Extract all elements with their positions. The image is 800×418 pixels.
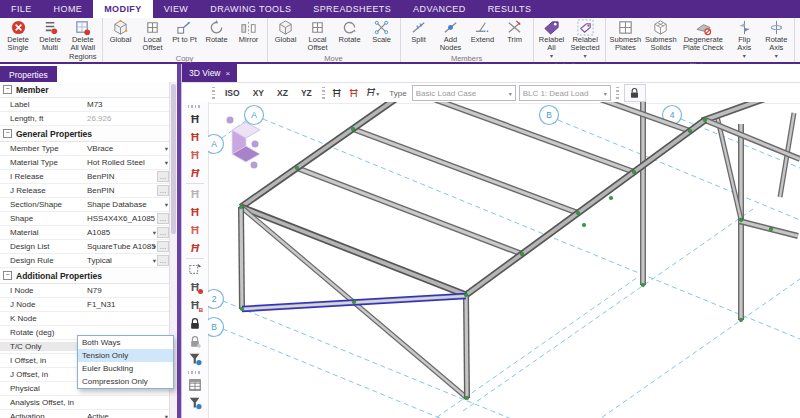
tab-file[interactable]: FILE: [0, 0, 43, 18]
relabel-all-button[interactable]: Relabel All▾: [537, 19, 567, 60]
dropdown-option-euler-buckling[interactable]: Euler Buckling: [78, 362, 173, 375]
section-shape-combo[interactable]: Shape Database▾: [84, 198, 170, 211]
render-mode-color-icon[interactable]: Ħ: [347, 87, 361, 99]
load-case-combo[interactable]: BLC 1: Dead Load▾: [519, 85, 611, 101]
xz-view-button[interactable]: XZ: [272, 86, 293, 100]
relabel-selected-button[interactable]: Relabel Selected▾: [569, 19, 602, 60]
column[interactable]: [241, 207, 242, 309]
tab-drawing-tools[interactable]: DRAWING TOOLS: [199, 0, 302, 18]
move-global-button[interactable]: Global: [271, 19, 301, 44]
dropdown-option-compression-only[interactable]: Compression Only: [78, 375, 173, 388]
tab-view[interactable]: VIEW: [153, 0, 200, 18]
member-outline-display-icon[interactable]: Ħ: [185, 146, 205, 164]
move-local-offset-button[interactable]: Local Offset: [303, 19, 333, 53]
j-node-field[interactable]: F1_N31: [84, 298, 170, 311]
split-button[interactable]: Split: [404, 19, 434, 44]
dropdown-option-tension-only[interactable]: Tension Only: [78, 349, 173, 362]
beam[interactable]: [702, 102, 783, 121]
close-icon[interactable]: ×: [226, 69, 231, 78]
toolbar-grip[interactable]: [322, 87, 325, 99]
render-mode-wireframe-icon[interactable]: Ħ: [330, 87, 344, 99]
ellipsis-button[interactable]: …: [157, 171, 169, 182]
copy-pt-to-pt-button[interactable]: Pt to Pt: [170, 19, 200, 44]
submesh-plates-button[interactable]: Submesh Plates: [609, 19, 642, 53]
label-field[interactable]: M73: [84, 98, 170, 111]
column[interactable]: [466, 295, 467, 398]
plates-rotate-axis-button[interactable]: Rotate Axis▾: [761, 19, 791, 60]
frame-color-display-icon[interactable]: Ħ: [185, 203, 205, 221]
3d-view-tab[interactable]: 3D View×: [182, 64, 237, 82]
ellipsis-button[interactable]: …: [157, 185, 169, 196]
extend-button[interactable]: Extend: [468, 19, 498, 44]
iso-view-button[interactable]: ISO: [220, 86, 245, 100]
purlin-beam[interactable]: [465, 102, 690, 131]
member-diagonal-display-icon[interactable]: Ħ: [185, 164, 205, 182]
eave-girder[interactable]: [241, 102, 404, 207]
material-combo[interactable]: A1085…▾: [84, 226, 170, 239]
tab-results[interactable]: RESULTS: [477, 0, 543, 18]
frame-diagonal-display-icon[interactable]: Ħ: [185, 239, 205, 257]
tab-advanced[interactable]: ADVANCED: [402, 0, 477, 18]
analysis-offset-field[interactable]: [84, 396, 170, 409]
i-node-field[interactable]: N79: [84, 284, 170, 297]
section-header-member[interactable]: −Member: [0, 82, 170, 98]
frame-outline-display-icon[interactable]: Ħ: [185, 221, 205, 239]
toolbar-grip[interactable]: [188, 105, 202, 108]
3d-viewport[interactable]: A A 2 B B 4: [208, 102, 800, 418]
tab-modify[interactable]: MODIFY: [93, 0, 152, 18]
copy-local-offset-button[interactable]: Local Offset: [138, 19, 168, 53]
tab-spreadsheets[interactable]: SPREADSHEETS: [302, 0, 402, 18]
shape-field[interactable]: HSS4X4X6_A1085…: [84, 212, 170, 225]
ellipsis-button[interactable]: …: [157, 227, 169, 238]
trim-button[interactable]: Trim: [500, 19, 530, 44]
render-mode-rendered-icon[interactable]: Ħ ▾: [364, 86, 383, 100]
collapse-icon[interactable]: −: [3, 85, 12, 94]
load-case-type-combo[interactable]: Basic Load Case▾: [412, 85, 516, 101]
degenerate-plate-check-button[interactable]: Degenerate Plate Check: [679, 19, 727, 53]
copy-mirror-button[interactable]: Mirror: [234, 19, 264, 44]
add-nodes-button[interactable]: Add Nodes: [436, 19, 466, 53]
design-list-combo[interactable]: SquareTube A1085…▾: [84, 240, 170, 253]
dropdown-option-both-ways[interactable]: Both Ways: [78, 336, 173, 349]
beam[interactable]: [739, 221, 798, 236]
delete-single-button[interactable]: Delete Single: [3, 19, 33, 53]
k-node-field[interactable]: [84, 312, 170, 325]
spreadsheet-icon[interactable]: [185, 376, 205, 394]
ellipsis-button[interactable]: …: [157, 213, 169, 224]
material-type-combo[interactable]: Hot Rolled Steel▾: [84, 156, 170, 169]
results-filter-icon[interactable]: [185, 394, 205, 412]
move-rotate-button[interactable]: Rotate: [335, 19, 365, 44]
toolbar-grip[interactable]: [212, 87, 215, 99]
j-release-field[interactable]: BenPIN…: [84, 184, 170, 197]
member-type-combo[interactable]: VBrace▾: [84, 142, 170, 155]
plates-flip-axis-button[interactable]: Flip Axis▾: [729, 19, 759, 60]
move-scale-button[interactable]: Scale: [367, 19, 397, 44]
delete-multi-button[interactable]: Delete Multi: [35, 19, 65, 53]
activation-combo[interactable]: Active▾: [84, 410, 170, 418]
selection-filter-icon[interactable]: [185, 350, 205, 368]
collapse-icon[interactable]: −: [3, 271, 12, 280]
copy-rotate-button[interactable]: Rotate: [202, 19, 232, 44]
eave-girder[interactable]: [466, 120, 705, 295]
lock-selection-icon[interactable]: [185, 314, 205, 332]
toolbar-grip[interactable]: [616, 87, 619, 99]
section-header-additional[interactable]: −Additional Properties: [0, 268, 170, 284]
member-color-display-icon[interactable]: Ħ: [185, 128, 205, 146]
scrollbar-thumb[interactable]: [171, 84, 176, 234]
collapse-icon[interactable]: −: [3, 129, 12, 138]
submesh-solids-button[interactable]: Submesh Solids: [644, 19, 677, 53]
xy-view-button[interactable]: XY: [248, 86, 269, 100]
toolbar-grip[interactable]: [188, 371, 202, 374]
ellipsis-button[interactable]: …: [157, 255, 169, 266]
member-display-icon[interactable]: Ħ: [185, 110, 205, 128]
beam[interactable]: [705, 120, 800, 159]
yz-view-button[interactable]: YZ: [296, 86, 317, 100]
frame-display-icon[interactable]: Ħ: [185, 185, 205, 203]
box-select-icon[interactable]: [185, 260, 205, 278]
tab-home[interactable]: HOME: [43, 0, 94, 18]
lock-view-button[interactable]: [624, 84, 646, 102]
member-label-icon[interactable]: ĦB: [185, 296, 205, 314]
member-exclude-icon[interactable]: Ħ: [185, 278, 205, 296]
copy-global-button[interactable]: Global: [106, 19, 136, 44]
ellipsis-button[interactable]: …: [157, 241, 169, 252]
